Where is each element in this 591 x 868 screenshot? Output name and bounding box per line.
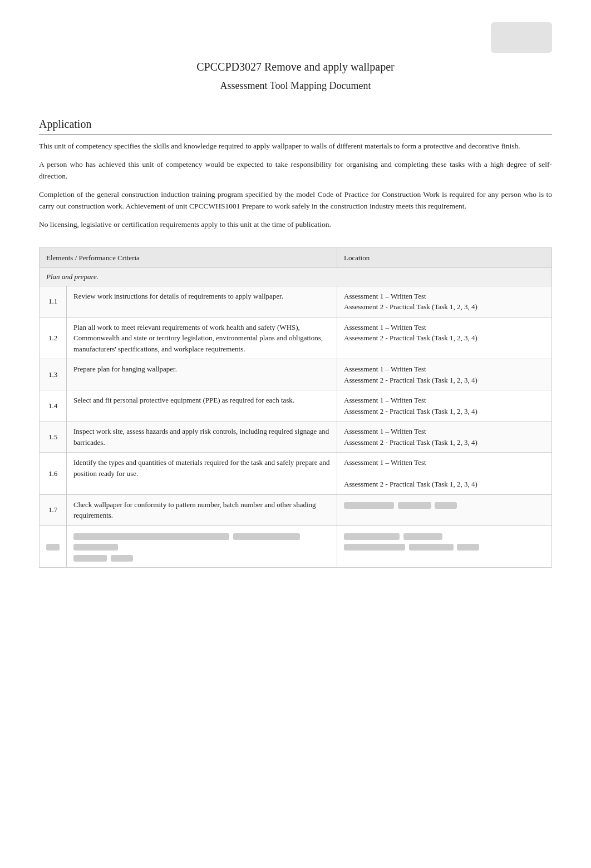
- row-number: 1.3: [40, 359, 67, 390]
- location-text: Assessment 1 – Written Test Assessment 2…: [337, 317, 552, 359]
- table-header-criteria: Elements / Performance Criteria: [40, 247, 337, 268]
- location-text: Assessment 1 – Written Test Assessment 2…: [337, 453, 552, 495]
- application-section: Application This unit of competency spec…: [39, 116, 552, 231]
- document-subtitle: Assessment Tool Mapping Document: [39, 78, 552, 93]
- criteria-text: Review work instructions for details of …: [67, 286, 337, 317]
- row-number: 1.2: [40, 317, 67, 359]
- location-text-blurred: [337, 525, 552, 568]
- table-row: 1.6 Identify the types and quantities of…: [40, 453, 552, 495]
- table-row-blurred: [40, 525, 552, 568]
- paragraph-2: A person who has achieved this unit of c…: [39, 159, 552, 182]
- row-number: 1.1: [40, 286, 67, 317]
- row-number: 1.7: [40, 494, 67, 525]
- row-number: 1.6: [40, 453, 67, 495]
- row-number: [40, 525, 67, 568]
- location-text: Assessment 1 – Written Test Assessment 2…: [337, 390, 552, 421]
- table-row: 1.2 Plan all work to meet relevant requi…: [40, 317, 552, 359]
- row-number: 1.5: [40, 421, 67, 453]
- table-row: 1.5 Inspect work site, assess hazards an…: [40, 421, 552, 453]
- location-text: [337, 494, 552, 525]
- location-text: Assessment 1 – Written Test Assessment 2…: [337, 421, 552, 453]
- plan-prepare-label: Plan and prepare.: [40, 268, 552, 286]
- criteria-text: Check wallpaper for conformity to patter…: [67, 494, 337, 525]
- paragraph-1: This unit of competency specifies the sk…: [39, 141, 552, 152]
- mapping-table: Elements / Performance Criteria Location…: [39, 247, 552, 568]
- row-number: 1.4: [40, 390, 67, 421]
- table-header-location: Location: [337, 247, 552, 268]
- criteria-text: Plan all work to meet relevant requireme…: [67, 317, 337, 359]
- paragraph-4: No licensing, legislative or certificati…: [39, 219, 552, 231]
- document-title: CPCCPD3027 Remove and apply wallpaper: [39, 58, 552, 75]
- table-row: 1.7 Check wallpaper for conformity to pa…: [40, 494, 552, 525]
- criteria-text: Prepare plan for hanging wallpaper.: [67, 359, 337, 390]
- table-row: 1.4 Select and fit personal protective e…: [40, 390, 552, 421]
- location-text: Assessment 1 – Written Test Assessment 2…: [337, 286, 552, 317]
- criteria-text-blurred: [67, 525, 337, 568]
- table-row: 1.1 Review work instructions for details…: [40, 286, 552, 317]
- table-row: 1.3 Prepare plan for hanging wallpaper. …: [40, 359, 552, 390]
- criteria-text: Select and fit personal protective equip…: [67, 390, 337, 421]
- location-text: Assessment 1 – Written Test Assessment 2…: [337, 359, 552, 390]
- logo-area: [39, 22, 552, 53]
- page: CPCCPD3027 Remove and apply wallpaper As…: [0, 0, 591, 868]
- paragraph-3: Completion of the general construction i…: [39, 189, 552, 212]
- criteria-text: Inspect work site, assess hazards and ap…: [67, 421, 337, 453]
- plan-prepare-row: Plan and prepare.: [40, 268, 552, 286]
- criteria-text: Identify the types and quantities of mat…: [67, 453, 337, 495]
- logo-image: [491, 22, 552, 53]
- application-heading: Application: [39, 116, 552, 135]
